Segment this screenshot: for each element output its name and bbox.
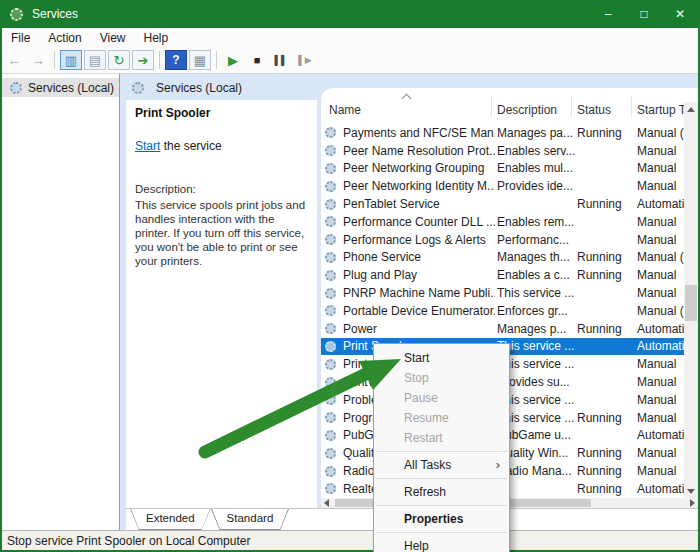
cell-name: Phone Service [343, 250, 495, 264]
cell-startup: Automatic [637, 482, 684, 496]
tab-standard[interactable]: Standard [211, 509, 290, 530]
context-menu-separator [376, 532, 507, 533]
start-service-glyph: ▶ [228, 54, 238, 67]
tree-item-services-local[interactable]: Services (Local) [2, 78, 119, 97]
service-description: This service spools print jobs and handl… [135, 198, 307, 268]
cell-startup: Manual [637, 411, 684, 425]
vertical-scrollbar[interactable] [684, 102, 698, 498]
tab-edge [130, 509, 139, 529]
scroll-right-icon[interactable] [690, 499, 695, 507]
show-console-tree-icon[interactable]: ▥ [60, 50, 82, 70]
properties-sheet-icon[interactable]: ▤ [84, 50, 106, 70]
service-gear-icon [325, 181, 336, 192]
cell-name: Performance Logs & Alerts [343, 233, 495, 247]
cell-startup: Manual [637, 357, 684, 371]
column-header-name[interactable]: Name [329, 103, 361, 117]
context-menu-item-pause[interactable]: Pause [374, 388, 509, 408]
menu-help[interactable]: Help [135, 31, 178, 45]
status-text: Stop service Print Spooler on Local Comp… [7, 534, 250, 548]
extended-view-icon[interactable]: ▦ [189, 50, 211, 70]
scroll-left-icon[interactable] [324, 499, 329, 507]
export-list-icon[interactable]: ➔ [132, 50, 154, 70]
refresh-icon[interactable]: ↻ [108, 50, 130, 70]
service-gear-icon [325, 252, 336, 263]
vertical-scrollbar-thumb[interactable] [685, 285, 697, 321]
table-row[interactable]: Peer Networking GroupingEnables mul...Ma… [321, 160, 684, 178]
cell-name: Power [343, 322, 495, 336]
cell-desc: Manages th... [497, 250, 575, 264]
forward-icon[interactable]: → [27, 50, 49, 70]
cell-desc: Performanc... [497, 233, 575, 247]
context-menu-item-start[interactable]: Start [374, 348, 509, 368]
context-menu-separator [376, 505, 507, 506]
start-service-icon[interactable]: ▶ [222, 50, 244, 70]
tab-extended[interactable]: Extended [130, 509, 211, 530]
toolbar-separator [54, 51, 55, 69]
close-button[interactable]: ✕ [662, 0, 698, 28]
back-icon[interactable]: ← [3, 50, 25, 70]
cell-desc: Manages pa... [497, 126, 575, 140]
cell-startup: Manual (Trigger Start) [637, 304, 684, 318]
service-gear-icon [325, 430, 336, 441]
context-menu-item-resume[interactable]: Resume [374, 408, 509, 428]
table-row[interactable]: Portable Device Enumerator...Enforces gr… [321, 302, 684, 320]
context-menu-item-help[interactable]: Help [374, 536, 509, 552]
back-glyph: ← [8, 54, 21, 67]
cell-startup: Manual [637, 179, 684, 193]
start-service-link[interactable]: Start [135, 139, 160, 153]
cell-desc: Provides ide... [497, 179, 575, 193]
table-row[interactable]: PowerManages p...RunningAutomatic [321, 320, 684, 338]
service-gear-icon [325, 288, 336, 299]
help-icon[interactable]: ? [165, 50, 187, 70]
stop-service-icon[interactable]: ■ [246, 50, 268, 70]
cell-name: PNRP Machine Name Publi... [343, 286, 495, 300]
tree-item-label: Services (Local) [28, 81, 114, 95]
action-suffix: the service [160, 139, 221, 153]
service-action-line: Start the service [135, 139, 222, 153]
context-menu-label: Resume [404, 411, 449, 425]
table-row[interactable]: Performance Counter DLL ...Enables rem..… [321, 213, 684, 231]
context-menu-item-properties[interactable]: Properties [374, 509, 509, 529]
cell-name: Performance Counter DLL ... [343, 215, 495, 229]
resume-service-glyph: ▌▶ [298, 56, 311, 65]
context-menu-item-refresh[interactable]: Refresh [374, 482, 509, 502]
table-row[interactable]: Plug and PlayEnables a c...RunningManual [321, 266, 684, 284]
service-gear-icon [325, 323, 336, 334]
cell-startup: Manual [637, 393, 684, 407]
menu-action[interactable]: Action [39, 31, 90, 45]
console-tree-pane: Services (Local) [2, 74, 120, 530]
cell-name: Peer Networking Grouping [343, 161, 495, 175]
table-row[interactable]: Payments and NFC/SE Man...Manages pa...R… [321, 124, 684, 142]
context-menu-item-stop[interactable]: Stop [374, 368, 509, 388]
cell-startup: Manual [637, 215, 684, 229]
scroll-up-icon[interactable] [687, 107, 695, 112]
pause-service-icon[interactable]: ▌▌ [270, 50, 292, 70]
services-gear-icon [10, 82, 22, 94]
cell-desc: Enables serv... [497, 144, 575, 158]
service-gear-icon [325, 466, 336, 477]
context-menu-item-restart[interactable]: Restart [374, 428, 509, 448]
context-menu-separator [376, 478, 507, 479]
table-row[interactable]: PNRP Machine Name Publi...This service .… [321, 284, 684, 302]
table-row[interactable]: PenTablet ServiceRunningAutomatic [321, 195, 684, 213]
column-header-description[interactable]: Description [497, 103, 557, 117]
maximize-button[interactable]: □ [626, 0, 662, 28]
table-row[interactable]: Peer Networking Identity M...Provides id… [321, 177, 684, 195]
table-row[interactable]: Phone ServiceManages th...RunningManual … [321, 249, 684, 267]
resume-service-icon[interactable]: ▌▶ [294, 50, 316, 70]
context-menu-item-all-tasks[interactable]: All Tasks› [374, 455, 509, 475]
table-row[interactable]: Peer Name Resolution Prot...Enables serv… [321, 142, 684, 160]
cell-name: PenTablet Service [343, 197, 495, 211]
selected-service-name: Print Spooler [135, 106, 210, 120]
title-bar: Services – □ ✕ [0, 0, 700, 28]
scroll-down-icon[interactable] [687, 489, 695, 494]
menu-file[interactable]: File [2, 31, 39, 45]
tab-edge [280, 509, 289, 529]
cell-startup: Automatic [637, 339, 684, 353]
table-row[interactable]: Performance Logs & AlertsPerformanc...Ma… [321, 231, 684, 249]
column-header-status[interactable]: Status [577, 103, 611, 117]
menu-view[interactable]: View [91, 31, 135, 45]
cell-status: Running [577, 126, 635, 140]
minimize-button[interactable]: – [590, 0, 626, 28]
help-glyph: ? [172, 54, 179, 66]
